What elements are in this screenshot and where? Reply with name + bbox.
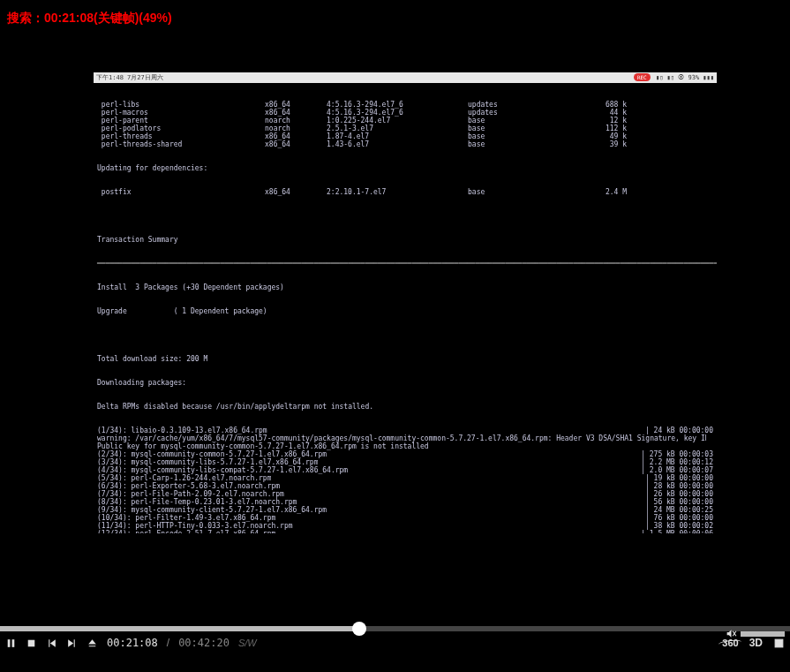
pause-button[interactable] bbox=[5, 638, 17, 649]
pkg-row: perl-threads-sharedx86_641.43-6.el7base3… bbox=[97, 140, 713, 148]
signal-icon: ▮▯ ▮▯ ⦿ bbox=[656, 74, 688, 81]
eject-button[interactable] bbox=[87, 638, 98, 649]
download-row: (9/34): mysql-community-client-5.7.27-1.… bbox=[97, 506, 713, 514]
progress-fill bbox=[0, 626, 359, 631]
svg-rect-4 bbox=[12, 639, 15, 647]
download-row: (4/34): mysql-community-libs-compat-5.7.… bbox=[97, 466, 713, 474]
download-row: (11/34): perl-HTTP-Tiny-0.033-3.el7.noar… bbox=[97, 522, 713, 530]
download-row: (3/34): mysql-community-libs-5.7.27-1.el… bbox=[97, 458, 713, 466]
volume-slider[interactable] bbox=[741, 631, 785, 637]
phone-status-bar: 下午1:48 7月27日周六 REC ▮▯ ▮▯ ⦿ 93% ▮▮▮ bbox=[94, 72, 717, 83]
sw-indicator[interactable]: S/W bbox=[238, 638, 257, 648]
download-row: (2/34): mysql-community-common-5.7.27-1.… bbox=[97, 450, 713, 458]
player-controls: 00:21:08 / 00:42:20 S/W 360 3D bbox=[0, 619, 790, 672]
pkg-row: perl-libsx86_644:5.16.3-294.el7_6updates… bbox=[97, 101, 713, 109]
stop-button[interactable] bbox=[26, 638, 37, 649]
pkg-row: perl-podlatorsnoarch2.5.1-3.el7base112 k bbox=[97, 125, 713, 132]
video-frame: 下午1:48 7月27日周六 REC ▮▯ ▮▯ ⦿ 93% ▮▮▮ perl-… bbox=[94, 72, 717, 533]
download-row: Public key for mysql-community-common-5.… bbox=[97, 442, 713, 450]
search-status-text: 搜索：00:21:08(关键帧)(49%) bbox=[4, 5, 176, 32]
divider: ════════════════════════════════════════… bbox=[97, 260, 713, 268]
download-row: (1/34): libaio-0.3.109-13.el7.x86_64.rpm… bbox=[97, 427, 713, 434]
phone-status-right: REC ▮▯ ▮▯ ⦿ 93% ▮▮▮ bbox=[634, 73, 714, 82]
download-row: warning: /var/cache/yum/x86_64/7/mysql57… bbox=[97, 434, 713, 442]
360-button[interactable]: 360 bbox=[722, 638, 738, 648]
download-row: (10/34): perl-Filter-1.49-3.el7.x86_64.r… bbox=[97, 514, 713, 522]
current-time: 00:21:08 bbox=[107, 637, 158, 649]
download-row: (8/34): perl-File-Temp-0.23.01-3.el7.noa… bbox=[97, 498, 713, 506]
download-row: (6/34): perl-Exporter-5.68-3.el7.noarch.… bbox=[97, 482, 713, 490]
prev-button[interactable] bbox=[46, 638, 57, 649]
total-time: 00:42:20 bbox=[178, 637, 229, 649]
terminal-output: perl-libsx86_644:5.16.3-294.el7_6updates… bbox=[94, 83, 717, 533]
battery-icon: ▮▮▮ bbox=[703, 74, 714, 81]
rec-indicator: REC bbox=[634, 73, 651, 81]
pkg-row: postfixx86_642:2.10.1-7.el7base2.4 M bbox=[97, 188, 713, 196]
progress-track[interactable] bbox=[0, 626, 790, 631]
svg-rect-5 bbox=[28, 639, 35, 646]
pkg-row: perl-parentnoarch1:0.225-244.el7base12 k bbox=[97, 117, 713, 125]
pkg-row: perl-threadsx86_641.87-4.el7base49 k bbox=[97, 132, 713, 140]
download-row: (12/34): perl-Encode-2.51-7.el7.x86_64.r… bbox=[97, 530, 713, 533]
phone-time: 下午1:48 7月27日周六 bbox=[96, 74, 163, 82]
time-separator: / bbox=[167, 637, 169, 649]
next-button[interactable] bbox=[66, 638, 78, 649]
download-row: (7/34): perl-File-Path-2.09-2.el7.noarch… bbox=[97, 490, 713, 498]
pkg-row: perl-macrosx86_644:5.16.3-294.el7_6updat… bbox=[97, 109, 713, 117]
download-row: (5/34): perl-Carp-1.26-244.el7.noarch.rp… bbox=[97, 474, 713, 482]
svg-rect-3 bbox=[8, 639, 11, 647]
